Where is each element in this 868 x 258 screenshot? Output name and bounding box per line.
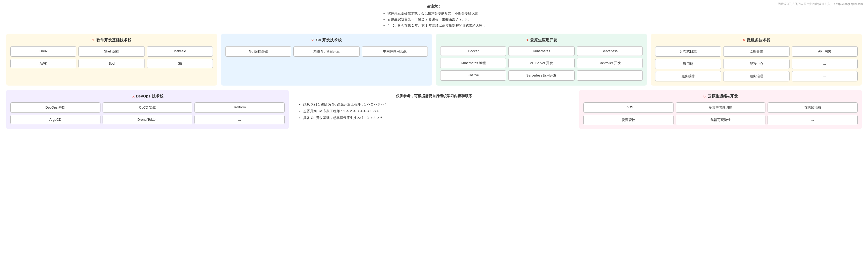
notice-list: 软件开发基础技术栈，会以技术分享的形式，不断分享给大家； 云原生实战营第一年包含… [382,10,486,29]
card-6-items: FinOS 多集群管理调度 在离线混布 资源管控 集群可观测性 ... [583,102,858,125]
card-1-items: Linux Shell 编程 Makefile AWK Sed Git [10,46,213,68]
item-go-project: 精通 Go 项目开发 [293,46,360,57]
card-4-title: 4. 微服务技术栈 [655,38,858,43]
item-apiserver: APIServer 开发 [508,58,575,68]
card-6-title: 6. 云原生运维&开发 [583,94,858,99]
recommend-item-3: 具备 Go 开发基础，想掌握云原生技术栈：3 -> 4 -> 6 [303,114,570,121]
card-4-items: 分布式日志 监控告警 API 网关 调用链 配置中心 ... 服务编排 服务治理… [655,46,858,81]
top-notice: 图片源自孔令飞的云原生实战营(欢迎加入）：http://konglingfei.… [778,2,863,6]
card-2-title: 2. Go 开发技术栈 [225,38,428,43]
item-linux: Linux [10,46,76,57]
card-3-title: 3. 云原生应用开发 [440,38,643,43]
card-5-title: 5. DevOps 技术栈 [10,94,285,99]
item-git: Git [147,59,213,68]
notice-item-1: 软件开发基础技术栈，会以技术分享的形式，不断分享给大家； [388,10,486,16]
item-terraform: Terrform [194,102,285,113]
item-micro-more1: ... [792,59,858,69]
card-5-items: DevOps 基础 CI/CD 实战 Terrform ArgoCD Drone… [10,102,285,124]
top-grid: 1. 软件开发基础技术栈 Linux Shell 编程 Makefile AWK… [6,34,862,85]
item-offline: 在离线混布 [768,102,858,113]
card-5-devops: 5. DevOps 技术栈 DevOps 基础 CI/CD 实战 Terrfor… [6,90,289,129]
item-argocd: ArgoCD [10,115,100,124]
item-drone: Drone/Tekton [102,115,193,124]
item-api-gw: API 网关 [792,46,858,57]
item-serverless: Serverless [577,46,643,56]
card-2-items: Go 编程基础 精通 Go 项目开发 中间件调用实战 [225,46,428,57]
item-cloud-more: ... [577,70,643,81]
item-finos: FinOS [583,102,674,113]
card-3-items: Docker Kubernetes Serverless Kubernetes … [440,46,643,81]
recommend-item-1: 想从 0 到 1 进阶为 Go 高级开发工程师：1 -> 2 -> 3 -> 4 [303,101,570,108]
item-observability: 集群可观测性 [676,115,766,125]
item-serverless-app: Serverless 应用开发 [508,70,575,81]
notice-title: 请注意： [6,4,862,9]
card-1-software: 1. 软件开发基础技术栈 Linux Shell 编程 Makefile AWK… [6,34,217,85]
card-6-cloudops: 6. 云原生运维&开发 FinOS 多集群管理调度 在离线混布 资源管控 集群可… [579,90,862,129]
item-svc-orchestrate: 服务编排 [655,71,721,81]
notice-block: 请注意： 软件开发基础技术栈，会以技术分享的形式，不断分享给大家； 云原生实战营… [6,4,862,29]
card-3-cloud: 3. 云原生应用开发 Docker Kubernetes Serverless … [436,34,647,85]
item-devops-more: ... [194,115,285,124]
item-controller: Controller 开发 [577,58,643,68]
item-svc-govern: 服务治理 [723,71,789,81]
item-micro-more2: ... [792,71,858,81]
recommend-title: 仅供参考，可根据需要自行组织学习内容和顺序 [298,94,570,99]
item-distrib-log: 分布式日志 [655,46,721,57]
item-go-basic: Go 编程基础 [225,46,291,57]
recommend-block: 仅供参考，可根据需要自行组织学习内容和顺序 想从 0 到 1 进阶为 Go 高级… [293,90,576,129]
item-cicd: CI/CD 实战 [102,102,193,113]
item-cloudops-more: ... [768,115,858,125]
item-knative: Knative [440,70,506,81]
item-docker: Docker [440,46,506,56]
item-go-middleware: 中间件调用实战 [362,46,428,57]
item-devops-basic: DevOps 基础 [10,102,100,113]
bottom-grid: 5. DevOps 技术栈 DevOps 基础 CI/CD 实战 Terrfor… [6,90,862,129]
item-config: 配置中心 [723,59,789,69]
item-trace: 调用链 [655,59,721,69]
notice-item-2: 云原生实战营第一年包含 2 套课程，主要涵盖了 2、3； [388,16,486,22]
recommend-item-2: 想晋升为 Go 专家工程师：1 -> 2 -> 3 -> 4 -> 5 -> 6 [303,108,570,114]
notice-item-3: 4、5、6 会在第 2 年、第 3 年陆续以高质量课程的形式带给大家； [388,23,486,29]
item-k8s-prog: Kubernetes 编程 [440,58,506,68]
card-2-go: 2. Go 开发技术栈 Go 编程基础 精通 Go 项目开发 中间件调用实战 [221,34,432,85]
item-sed: Sed [79,59,145,68]
card-1-title: 1. 软件开发基础技术栈 [10,38,213,43]
item-shell: Shell 编程 [79,46,145,57]
item-kubernetes: Kubernetes [508,46,575,56]
item-multi-cluster: 多集群管理调度 [676,102,766,113]
item-monitor: 监控告警 [723,46,789,57]
item-resource: 资源管控 [583,115,674,125]
item-awk: AWK [10,59,76,68]
card-4-micro: 4. 微服务技术栈 分布式日志 监控告警 API 网关 调用链 配置中心 ...… [651,34,862,85]
item-makefile: Makefile [147,46,213,57]
recommend-list: 想从 0 到 1 进阶为 Go 高级开发工程师：1 -> 2 -> 3 -> 4… [298,101,570,121]
